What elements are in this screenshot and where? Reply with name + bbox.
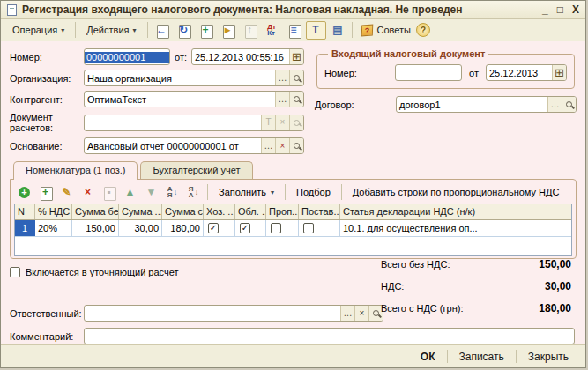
unchecked-checkbox-icon[interactable] xyxy=(271,223,281,233)
minimize-button[interactable]: _ xyxy=(542,4,548,16)
column-header[interactable]: Постав... xyxy=(299,204,340,219)
main-toolbar-icons: ←↻+▸↑ДтКт≡Т▤ xyxy=(152,21,348,40)
sort-desc-icon[interactable]: ЯА↓ xyxy=(183,183,204,202)
ok-button[interactable]: ОК xyxy=(411,348,445,366)
magnifier-icon[interactable] xyxy=(289,70,303,85)
calendar-icon[interactable]: ⊞ xyxy=(289,49,303,64)
incoming-number-field[interactable] xyxy=(395,64,462,81)
basis-value[interactable]: Авансовый отчет 00000000001 от xyxy=(85,141,261,152)
column-header[interactable]: Сумма с... xyxy=(162,204,204,219)
move-down-icon[interactable]: ▼ xyxy=(141,183,161,202)
clear-icon[interactable]: × xyxy=(275,138,289,153)
number-value[interactable]: 00000000001 xyxy=(85,52,169,63)
table-cell[interactable]: 180,00 xyxy=(162,220,204,236)
calendar-icon[interactable]: ⊞ xyxy=(552,65,566,80)
counterparty-value[interactable]: ОптимаТекст xyxy=(85,94,275,105)
column-header[interactable]: Обл. ... xyxy=(235,204,266,219)
counterparty-field[interactable]: ОптимаТекст … xyxy=(84,91,304,107)
add-row-icon[interactable]: + xyxy=(14,183,34,202)
organization-value[interactable]: Наша организация xyxy=(85,73,275,84)
fill-button[interactable]: Заполнить ▾ xyxy=(212,184,281,200)
close-button[interactable]: X xyxy=(572,4,579,16)
add-proportional-vat-rows-button[interactable]: Добавить строки по пропорциональному НДС xyxy=(346,184,567,200)
select-icon[interactable]: … xyxy=(275,70,289,85)
magnifier-icon[interactable] xyxy=(289,115,303,130)
maximize-button[interactable]: □ xyxy=(557,4,563,16)
table-cell[interactable]: 20% xyxy=(35,220,72,236)
help-icon[interactable]: ? xyxy=(416,23,430,37)
settlement-doc-field[interactable]: T × xyxy=(84,115,304,131)
operation-menu-button[interactable]: Операция ▾ xyxy=(5,21,71,39)
column-header[interactable]: Сумма бе... xyxy=(72,204,119,219)
actions-menu-button[interactable]: Действия ▾ xyxy=(79,21,143,39)
unpost-document-icon[interactable]: ↑ xyxy=(240,21,260,40)
copy-document-icon[interactable]: + xyxy=(196,21,216,40)
dt-kt-postings-icon[interactable]: ДтКт xyxy=(262,21,282,40)
cell-checkbox[interactable] xyxy=(266,220,299,236)
select-icon[interactable]: … xyxy=(275,92,289,107)
move-up-icon[interactable]: ▲ xyxy=(120,183,140,202)
text-edit-icon[interactable]: T xyxy=(261,115,275,130)
delete-row-icon[interactable]: × xyxy=(78,183,98,202)
copy-row-icon[interactable]: + xyxy=(35,183,56,202)
checked-checkbox-icon[interactable]: ✓ xyxy=(240,223,250,233)
column-header[interactable]: % НДС xyxy=(35,204,72,219)
date-value[interactable]: 25.12.2013 00:55:16 xyxy=(192,52,289,63)
clear-icon[interactable]: × xyxy=(275,115,289,130)
column-header[interactable]: N xyxy=(15,204,35,219)
table-cell[interactable]: 1 xyxy=(15,220,35,236)
tab-accounting[interactable]: Бухгалтерский учет xyxy=(140,161,252,179)
table-cell[interactable]: 10.1. для осуществления оп... xyxy=(340,220,571,236)
edit-row-icon[interactable]: ✎ xyxy=(56,183,77,202)
basis-field[interactable]: Авансовый отчет 00000000001 от … × xyxy=(84,137,304,154)
sort-asc-icon[interactable]: АЯ↓ xyxy=(162,183,182,202)
contract-value[interactable]: договор1 xyxy=(397,100,547,110)
clear-icon[interactable]: × xyxy=(354,306,368,321)
toolbar-separator xyxy=(147,22,148,38)
structure-icon[interactable]: ▤ xyxy=(328,21,348,40)
contract-field[interactable]: договор1 … xyxy=(396,96,577,113)
number-field[interactable]: 00000000001 xyxy=(84,48,170,65)
organization-field[interactable]: Наша организация … xyxy=(84,70,304,86)
save-button[interactable]: Записать xyxy=(450,348,514,366)
document-journal-icon[interactable]: ≡ xyxy=(284,21,304,40)
responsible-field[interactable]: … × xyxy=(84,305,383,322)
description-icon[interactable]: Т xyxy=(306,21,326,40)
table-row[interactable]: 120%150,0030,00180,00✓✓10.1. для осущест… xyxy=(15,220,571,237)
cell-checkbox[interactable]: ✓ xyxy=(235,220,266,236)
incoming-date-value[interactable]: 25.12.2013 xyxy=(487,68,552,78)
column-header[interactable]: Проп... xyxy=(266,204,299,219)
tab-nomenclature[interactable]: Номенклатура (1 поз.) xyxy=(13,161,138,180)
magnifier-icon[interactable] xyxy=(289,138,303,153)
table-cell[interactable]: 30,00 xyxy=(119,220,162,236)
close-form-button[interactable]: Закрыть xyxy=(518,348,578,366)
title-bar: Регистрация входящего налогового докумен… xyxy=(1,1,585,19)
select-icon[interactable]: … xyxy=(547,97,562,112)
unchecked-checkbox-icon[interactable] xyxy=(303,223,314,233)
comment-field[interactable] xyxy=(84,328,575,344)
checked-checkbox-icon[interactable]: ✓ xyxy=(208,223,219,233)
magnifier-icon[interactable] xyxy=(289,92,303,107)
select-icon[interactable]: … xyxy=(340,306,354,321)
clarifying-calc-checkbox[interactable] xyxy=(10,267,20,278)
post-document-icon[interactable]: ▸ xyxy=(218,21,238,40)
refresh-document-icon[interactable]: ↻ xyxy=(174,21,194,40)
chevron-down-icon: ▾ xyxy=(133,26,137,34)
incoming-date-field[interactable]: 25.12.2013 ⊞ xyxy=(486,64,567,81)
reread-document-icon[interactable]: ← xyxy=(152,21,172,40)
column-header[interactable]: Статья декларации НДС (н/к) xyxy=(340,204,571,219)
cell-checkbox[interactable] xyxy=(299,220,340,236)
column-header[interactable]: Хоз. ... xyxy=(204,204,235,219)
cell-checkbox[interactable]: ✓ xyxy=(204,220,235,236)
comment-row: Комментарий: xyxy=(10,328,577,344)
incoming-tax-doc-group: Входящий налоговый документ Номер: от 25… xyxy=(316,48,575,89)
table-cell[interactable]: 150,00 xyxy=(72,220,119,236)
tips-button[interactable]: ? Советы xyxy=(356,23,416,38)
select-icon[interactable]: … xyxy=(261,138,275,153)
magnifier-icon[interactable] xyxy=(562,97,576,112)
end-edit-icon[interactable]: ▪ xyxy=(99,183,119,202)
date-field[interactable]: 25.12.2013 00:55:16 ⊞ xyxy=(191,48,304,65)
pick-button[interactable]: Подбор xyxy=(289,184,338,200)
totals: Всего без НДС:150,00НДС:30,00Всего с НДС… xyxy=(381,258,571,324)
column-header[interactable]: Сумма ... xyxy=(119,204,162,219)
